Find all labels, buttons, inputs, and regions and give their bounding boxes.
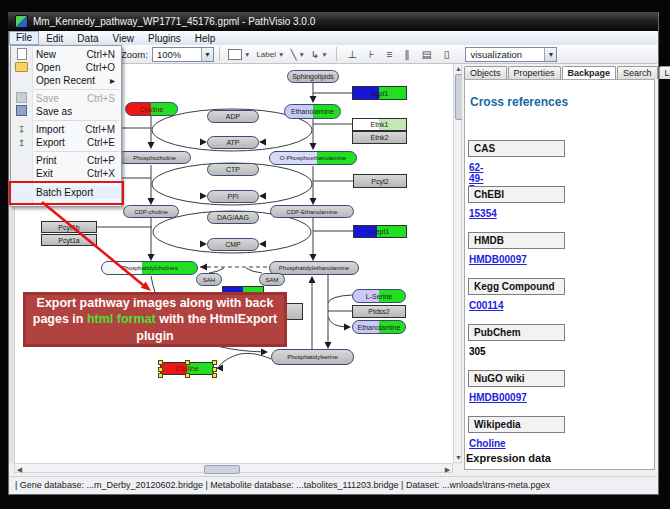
backpage-section-hmdb: HMDB	[468, 232, 565, 249]
canvas-horizontal-scrollbar[interactable]: ◀ ▶	[14, 463, 453, 473]
stack-horizontal-icon[interactable]: ▤	[422, 48, 432, 60]
new-document-icon	[11, 48, 32, 62]
backpage-section-cas: CAS	[468, 140, 565, 157]
canvas-vertical-scrollbar[interactable]: ▲ ▼	[453, 63, 462, 463]
menubar-item-edit[interactable]: Edit	[39, 32, 70, 45]
side-panel-tabs: ObjectsPropertiesBackpageSearchLegend	[464, 66, 670, 79]
backpage-section-chebi: ChEBI	[468, 186, 565, 203]
cross-references-heading: Cross references	[470, 95, 568, 109]
align-center-icon[interactable]: ⊥	[348, 48, 357, 60]
datanode-tool-icon	[228, 49, 242, 60]
chevron-down-icon[interactable]: ▼	[201, 48, 213, 61]
menu-bar: FileEditDataViewPluginsHelp	[9, 31, 657, 46]
line-tool-button[interactable]: ╲ ▼	[290, 49, 304, 60]
line-tool-icon: ╲	[290, 49, 296, 60]
batch-export-highlight-box	[9, 181, 124, 205]
menubar-item-file[interactable]: File	[9, 31, 39, 45]
status-bar: | Gene database: ...m_Derby_20120602.bri…	[9, 476, 657, 492]
app-icon	[15, 15, 28, 28]
window-title: Mm_Kennedy_pathway_WP1771_45176.gpml - P…	[33, 16, 315, 27]
file-menu-item-save-as[interactable]: Save as	[11, 105, 121, 118]
backpage-link[interactable]: C00114	[469, 300, 503, 311]
title-bar[interactable]: Mm_Kennedy_pathway_WP1771_45176.gpml - P…	[8, 12, 658, 31]
chevron-down-icon[interactable]: ▼	[321, 51, 327, 58]
tab-legend[interactable]: Legend	[659, 66, 670, 79]
save-as-icon	[11, 105, 32, 118]
backpage-section-kegg-compound: Kegg Compound	[468, 278, 565, 295]
chevron-down-icon[interactable]: ▼	[298, 51, 304, 58]
backpage-value: 305	[469, 346, 486, 357]
menubar-item-plugins[interactable]: Plugins	[141, 32, 188, 45]
zoom-combobox[interactable]: 100% ▼	[152, 47, 214, 62]
file-menu-item-import[interactable]: ↧ImportCtrl+M	[11, 123, 121, 136]
file-menu-item-open[interactable]: OpenCtrl+O	[11, 61, 121, 74]
tab-search[interactable]: Search	[617, 66, 658, 79]
backpage-panel	[464, 79, 655, 470]
export-icon: ↥	[11, 138, 32, 148]
file-menu-item-new[interactable]: NewCtrl+N	[11, 48, 121, 61]
distribute-vertical-icon[interactable]: ∥	[404, 48, 409, 60]
file-menu-item-exit[interactable]: ExitCtrl+X	[11, 167, 121, 180]
backpage-section-nugo-wiki: NuGO wiki	[468, 370, 565, 387]
menubar-item-help[interactable]: Help	[188, 32, 223, 45]
menu-separator	[34, 120, 119, 121]
annotation-callout: Export pathway images along with back pa…	[23, 292, 287, 347]
open-folder-icon	[11, 62, 32, 74]
tab-objects[interactable]: Objects	[464, 66, 507, 79]
chevron-down-icon[interactable]: ▼	[244, 51, 250, 58]
status-text: | Gene database: ...m_Derby_20120602.bri…	[15, 480, 550, 490]
backpage-section-pubchem: PubChem	[468, 324, 565, 341]
file-menu-item-save[interactable]: SaveCtrl+S	[11, 92, 121, 105]
callout-highlight: html format	[87, 312, 156, 326]
menu-separator	[34, 151, 119, 152]
expression-data-heading: Expression data	[466, 452, 551, 464]
align-middle-icon[interactable]: ⊦	[369, 48, 374, 60]
zoom-label: Zoom:	[121, 49, 148, 60]
datanode-tool-button[interactable]: ▼	[228, 49, 250, 60]
file-menu-item-print[interactable]: PrintCtrl+P	[11, 154, 121, 167]
chevron-down-icon[interactable]: ▼	[278, 51, 284, 58]
connector-tool-button[interactable]: ↳ ▼	[311, 49, 328, 60]
chevron-down-icon[interactable]: ▼	[544, 48, 556, 61]
backpage-section-wikipedia: Wikipedia	[468, 416, 565, 433]
callout-text: Export pathway images along with back pa…	[30, 295, 280, 344]
backpage-link[interactable]: Choline	[469, 438, 506, 449]
tab-backpage[interactable]: Backpage	[562, 66, 617, 80]
menubar-item-data[interactable]: Data	[70, 32, 105, 45]
scroll-right-icon[interactable]: ▶	[443, 465, 452, 474]
horizontal-scroll-thumb[interactable]	[204, 465, 240, 474]
file-menu-item-open-recent[interactable]: Open Recent▸	[11, 74, 121, 87]
visualization-combobox[interactable]: visualization ▼	[465, 47, 557, 62]
backpage-link[interactable]: 15354	[469, 208, 497, 219]
stack-vertical-icon[interactable]: ▯	[444, 48, 450, 60]
tab-properties[interactable]: Properties	[508, 66, 561, 79]
backpage-link[interactable]: HMDB00097	[469, 254, 527, 265]
menu-separator	[34, 89, 119, 90]
menubar-item-view[interactable]: View	[105, 32, 141, 45]
scroll-left-icon[interactable]: ◀	[15, 465, 24, 474]
import-icon: ↧	[11, 125, 32, 135]
backpage-link[interactable]: HMDB00097	[469, 392, 527, 403]
distribute-horizontal-icon[interactable]: ≡	[386, 48, 392, 60]
connector-tool-icon: ↳	[311, 49, 319, 60]
save-icon	[11, 92, 32, 105]
label-tool-button[interactable]: Label ▼	[256, 50, 284, 59]
file-menu-item-export[interactable]: ↥ExportCtrl+E	[11, 136, 121, 149]
